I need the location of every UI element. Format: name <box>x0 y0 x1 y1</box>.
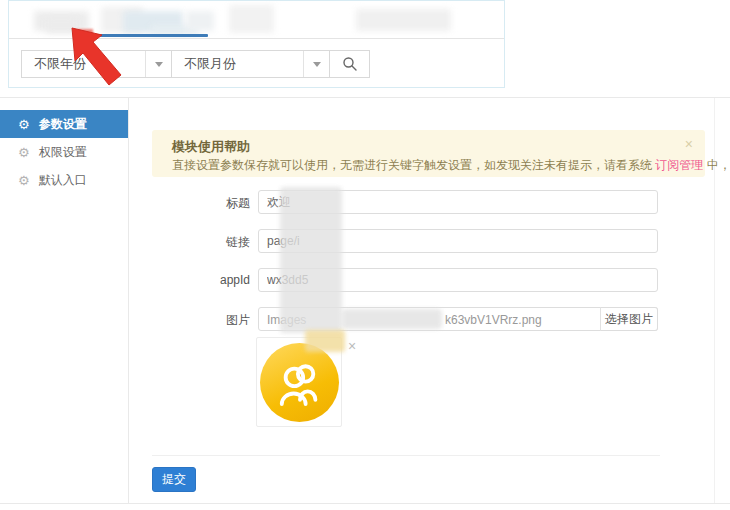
filter-panel: 不限年份 不限月份 <box>8 0 505 88</box>
appid-field-label: appId <box>158 273 250 287</box>
sidebar-item-label: 权限设置 <box>39 144 87 161</box>
help-title: 模块使用帮助 <box>172 138 250 156</box>
help-text-before: 直接设置参数保存就可以使用，无需进行关键字触发设置，如发现关注未有提示，请看系统 <box>172 158 655 172</box>
image-path-suffix: k63vbV1VRrz.png <box>445 313 542 327</box>
help-body: 直接设置参数保存就可以使用，无需进行关键字触发设置，如发现关注未有提示，请看系统… <box>172 157 675 174</box>
form-footer-divider <box>152 455 660 456</box>
search-icon <box>342 56 358 72</box>
sidebar-item-label: 参数设置 <box>39 116 87 133</box>
redacted-tab <box>186 11 214 31</box>
title-field-label: 标题 <box>158 195 250 212</box>
chevron-down-icon <box>145 51 171 77</box>
month-filter-value: 不限月份 <box>172 55 303 73</box>
help-text-after: 中，要打开该模块的订阅权限 <box>703 158 730 172</box>
gear-icon: ⚙ <box>18 174 30 187</box>
redacted-tab <box>356 9 451 31</box>
search-button[interactable] <box>329 50 370 78</box>
sidebar-item-permission-settings[interactable]: ⚙ 权限设置 <box>0 138 128 166</box>
users-icon <box>260 343 339 422</box>
panel-bottom-divider <box>0 503 730 504</box>
settings-sidebar: ⚙ 参数设置 ⚙ 权限设置 ⚙ 默认入口 <box>0 110 128 194</box>
gear-icon: ⚙ <box>18 118 30 131</box>
redacted-tab <box>229 5 274 33</box>
sidebar-item-label: 默认入口 <box>39 172 87 189</box>
month-filter-select[interactable]: 不限月份 <box>171 50 330 78</box>
red-annotation-arrow <box>63 25 135 87</box>
sidebar-divider <box>128 98 129 503</box>
redacted-value-mask <box>280 187 342 333</box>
page: 不限年份 不限月份 ⚙ 参数设置 <box>0 0 730 510</box>
choose-image-button[interactable]: 选择图片 <box>600 307 658 331</box>
redacted-value-mask <box>342 309 442 329</box>
chevron-down-icon <box>303 51 329 77</box>
subscription-management-link[interactable]: 订阅管理 <box>655 158 703 172</box>
module-help-notice: 模块使用帮助 直接设置参数保存就可以使用，无需进行关键字触发设置，如发现关注未有… <box>152 130 705 177</box>
sidebar-item-default-entry[interactable]: ⚙ 默认入口 <box>0 166 128 194</box>
close-icon[interactable]: × <box>685 136 693 152</box>
panel-top-divider <box>0 97 730 98</box>
sidebar-item-parameter-settings[interactable]: ⚙ 参数设置 <box>0 110 128 138</box>
gear-icon: ⚙ <box>18 146 30 159</box>
link-field-label: 链接 <box>158 234 250 251</box>
image-field-label: 图片 <box>158 312 250 329</box>
submit-button[interactable]: 提交 <box>152 467 196 492</box>
remove-image-icon[interactable]: × <box>348 338 356 354</box>
redacted-value-mask <box>305 330 345 352</box>
